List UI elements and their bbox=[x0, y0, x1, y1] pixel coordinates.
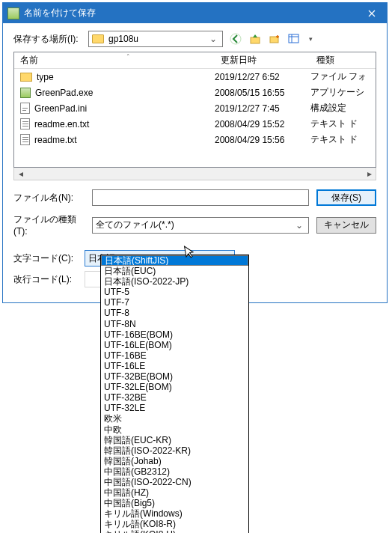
folder-icon bbox=[20, 73, 32, 82]
file-row[interactable]: type2019/12/27 6:52ファイル フォ bbox=[14, 69, 376, 85]
svg-point-0 bbox=[230, 34, 241, 44]
filetype-combo[interactable]: 全てのファイル(*.*) ⌄ bbox=[92, 217, 309, 234]
new-folder-icon bbox=[269, 33, 281, 45]
encoding-option[interactable]: 中国語(ISO-2022-CN) bbox=[101, 477, 248, 487]
encoding-option[interactable]: UTF-16BE bbox=[101, 350, 248, 361]
encoding-dropdown-list[interactable]: 日本語(ShiftJIS)日本語(EUC)日本語(ISO-2022-JP)UTF… bbox=[100, 255, 249, 533]
file-list-header[interactable]: 名前 ˄ 更新日時 種類 bbox=[14, 52, 376, 69]
file-row[interactable]: readme.txt2008/04/29 15:56テキスト ド bbox=[14, 132, 376, 147]
save-in-label: 保存する場所(I): bbox=[13, 33, 88, 46]
scroll-right-icon[interactable]: ▸ bbox=[363, 168, 376, 180]
encoding-option[interactable]: UTF-8N bbox=[101, 319, 248, 329]
linebreak-label: 改行コード(L): bbox=[13, 273, 85, 286]
encoding-option[interactable]: 日本語(EUC) bbox=[101, 266, 248, 276]
cancel-button[interactable]: キャンセル bbox=[316, 217, 376, 234]
file-row[interactable]: readme.en.txt2008/04/29 15:52テキスト ド bbox=[14, 116, 376, 132]
views-dropdown-button[interactable]: ▾ bbox=[304, 32, 317, 46]
app-icon bbox=[7, 7, 19, 19]
col-name[interactable]: 名前 bbox=[14, 54, 215, 67]
encoding-option[interactable]: 韓国語(ISO-2022-KR) bbox=[101, 445, 248, 456]
file-name: readme.en.txt bbox=[34, 119, 89, 130]
encoding-option[interactable]: UTF-32LE bbox=[101, 403, 248, 413]
exe-icon bbox=[20, 88, 31, 98]
filetype-label: ファイルの種類(T): bbox=[13, 213, 85, 237]
new-folder-button[interactable] bbox=[268, 32, 281, 46]
chevron-down-icon: ⌄ bbox=[207, 34, 219, 44]
encoding-option[interactable]: UTF-7 bbox=[101, 297, 248, 308]
encoding-option[interactable]: 中国語(HZ) bbox=[101, 487, 248, 498]
file-type: ファイル フォ bbox=[310, 70, 376, 83]
encoding-option[interactable]: 中国語(Big5) bbox=[101, 498, 248, 508]
encoding-option[interactable]: 日本語(ShiftJIS) bbox=[101, 255, 248, 266]
encoding-option[interactable]: 欧米 bbox=[101, 413, 248, 424]
file-type: テキスト ド bbox=[310, 133, 376, 146]
file-date: 2008/04/29 15:52 bbox=[215, 119, 310, 130]
encoding-option[interactable]: キリル語(Windows) bbox=[101, 508, 248, 519]
file-date: 2008/05/15 16:55 bbox=[215, 88, 310, 98]
svg-rect-1 bbox=[251, 37, 260, 43]
save-in-value: gp108u bbox=[108, 34, 207, 44]
file-date: 2008/04/29 15:56 bbox=[215, 135, 310, 145]
file-date: 2019/12/27 6:52 bbox=[215, 72, 310, 82]
encoding-option[interactable]: 日本語(ISO-2022-JP) bbox=[101, 276, 248, 287]
scroll-left-icon[interactable]: ◂ bbox=[14, 168, 27, 180]
window-title: 名前を付けて保存 bbox=[24, 7, 357, 19]
encoding-option[interactable]: UTF-8 bbox=[101, 308, 248, 318]
file-list[interactable]: 名前 ˄ 更新日時 種類 type2019/12/27 6:52ファイル フォG… bbox=[13, 52, 376, 168]
encoding-option[interactable]: UTF-16BE(BOM) bbox=[101, 329, 248, 340]
views-icon bbox=[288, 33, 300, 45]
file-type: テキスト ド bbox=[310, 118, 376, 130]
views-button[interactable] bbox=[287, 32, 301, 46]
file-date: 2019/12/27 7:45 bbox=[215, 103, 310, 114]
encoding-option[interactable]: UTF-16LE bbox=[101, 361, 248, 371]
folder-icon bbox=[92, 34, 104, 43]
file-row[interactable]: GreenPad.ini2019/12/27 7:45構成設定 bbox=[14, 100, 376, 116]
file-name: GreenPad.ini bbox=[34, 103, 87, 114]
file-row[interactable]: GreenPad.exe2008/05/15 16:55アプリケーシ bbox=[14, 85, 376, 100]
go-back-button[interactable] bbox=[229, 32, 242, 46]
close-icon bbox=[368, 10, 376, 17]
encoding-option[interactable]: 中欧 bbox=[101, 424, 248, 435]
file-name: readme.txt bbox=[34, 135, 77, 145]
save-in-combo[interactable]: gp108u ⌄ bbox=[88, 31, 223, 47]
close-button[interactable] bbox=[357, 3, 387, 23]
save-button[interactable]: 保存(S) bbox=[316, 189, 376, 206]
encoding-option[interactable]: UTF-16LE(BOM) bbox=[101, 340, 248, 350]
up-folder-icon bbox=[249, 33, 261, 45]
titlebar: 名前を付けて保存 bbox=[3, 3, 387, 23]
up-one-level-button[interactable] bbox=[248, 32, 262, 46]
col-date[interactable]: 更新日時 bbox=[215, 54, 310, 67]
filename-label: ファイル名(N): bbox=[13, 192, 85, 204]
back-arrow-icon bbox=[230, 33, 242, 45]
encoding-option[interactable]: キリル語(KOI8-U) bbox=[101, 529, 248, 533]
encoding-option[interactable]: 韓国語(EUC-KR) bbox=[101, 435, 248, 445]
horizontal-scrollbar[interactable]: ◂ ▸ bbox=[13, 168, 376, 180]
file-type: アプリケーシ bbox=[310, 86, 376, 99]
col-type[interactable]: 種類 bbox=[310, 54, 376, 67]
filename-input[interactable] bbox=[92, 189, 309, 206]
file-name: type bbox=[37, 72, 54, 82]
ini-icon bbox=[20, 103, 30, 114]
filetype-value: 全てのファイル(*.*) bbox=[96, 219, 293, 231]
encoding-option[interactable]: UTF-32LE(BOM) bbox=[101, 382, 248, 392]
file-type: 構成設定 bbox=[310, 102, 376, 115]
encoding-option[interactable]: UTF-32BE bbox=[101, 392, 248, 403]
encoding-option[interactable]: UTF-5 bbox=[101, 287, 248, 297]
encoding-option[interactable]: 韓国語(Johab) bbox=[101, 456, 248, 466]
chevron-down-icon: ⌄ bbox=[293, 220, 305, 231]
sort-indicator-icon: ˄ bbox=[126, 53, 130, 61]
txt-icon bbox=[20, 134, 30, 145]
svg-rect-3 bbox=[289, 34, 298, 43]
scroll-track[interactable] bbox=[27, 168, 363, 180]
encoding-option[interactable]: UTF-32BE(BOM) bbox=[101, 371, 248, 382]
file-name: GreenPad.exe bbox=[35, 88, 93, 98]
encoding-label: 文字コード(C): bbox=[13, 252, 85, 265]
txt-icon bbox=[20, 118, 30, 130]
encoding-option[interactable]: キリル語(KOI8-R) bbox=[101, 519, 248, 529]
encoding-option[interactable]: 中国語(GB2312) bbox=[101, 466, 248, 477]
